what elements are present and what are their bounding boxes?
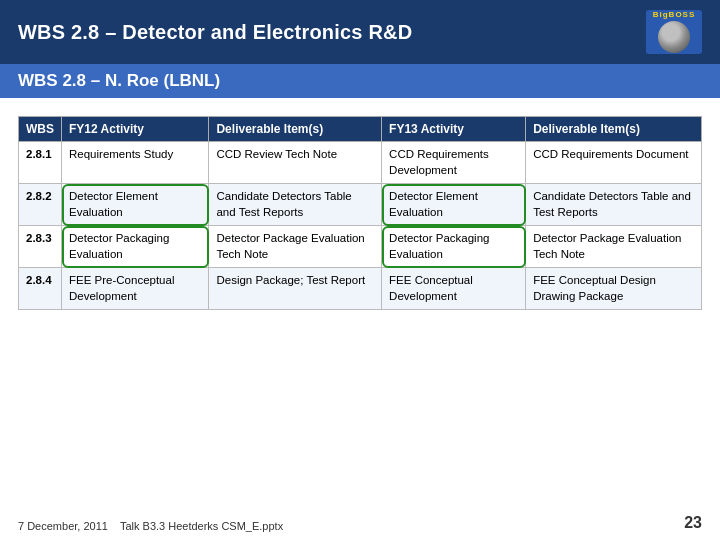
footer-date: 7 December, 2011 [18, 520, 108, 532]
fy13-deliverable-cell: FEE Conceptual Design Drawing Package [526, 268, 702, 310]
fy13-activity-cell: Detector Element Evaluation [382, 184, 526, 226]
table-row: 2.8.1Requirements StudyCCD Review Tech N… [19, 142, 702, 184]
col-fy12-deliverable: Deliverable Item(s) [209, 117, 382, 142]
fy13-deliverable-cell: CCD Requirements Document [526, 142, 702, 184]
wbs-table: WBS FY12 Activity Deliverable Item(s) FY… [18, 116, 702, 310]
fy13-deliverable-cell: Candidate Detectors Table and Test Repor… [526, 184, 702, 226]
fy12-deliverable-cell: Detector Package Evaluation Tech Note [209, 226, 382, 268]
fy12-activity-cell: Requirements Study [62, 142, 209, 184]
wbs-cell: 2.8.4 [19, 268, 62, 310]
fy12-activity-cell: Detector Packaging Evaluation [62, 226, 209, 268]
subtitle: WBS 2.8 – N. Roe (LBNL) [18, 71, 220, 90]
page-number: 23 [684, 514, 702, 532]
col-fy12-activity: FY12 Activity [62, 117, 209, 142]
wbs-cell: 2.8.1 [19, 142, 62, 184]
fy13-activity-cell: CCD Requirements Development [382, 142, 526, 184]
fy12-activity-cell: Detector Element Evaluation [62, 184, 209, 226]
fy12-activity-cell: FEE Pre-Conceptual Development [62, 268, 209, 310]
logo-image [658, 21, 690, 53]
col-fy13-activity: FY13 Activity [382, 117, 526, 142]
fy13-deliverable-cell: Detector Package Evaluation Tech Note [526, 226, 702, 268]
page-title: WBS 2.8 – Detector and Electronics R&D [18, 21, 412, 44]
table-container: WBS FY12 Activity Deliverable Item(s) FY… [0, 98, 720, 318]
wbs-cell: 2.8.3 [19, 226, 62, 268]
wbs-cell: 2.8.2 [19, 184, 62, 226]
footer: 7 December, 2011 Talk B3.3 Heetderks CSM… [0, 514, 720, 532]
table-row: 2.8.2Detector Element EvaluationCandidat… [19, 184, 702, 226]
col-wbs: WBS [19, 117, 62, 142]
fy12-deliverable-cell: CCD Review Tech Note [209, 142, 382, 184]
table-header-row: WBS FY12 Activity Deliverable Item(s) FY… [19, 117, 702, 142]
fy13-activity-cell: Detector Packaging Evaluation [382, 226, 526, 268]
footer-info: 7 December, 2011 Talk B3.3 Heetderks CSM… [18, 520, 283, 532]
col-fy13-deliverable: Deliverable Item(s) [526, 117, 702, 142]
table-row: 2.8.4FEE Pre-Conceptual DevelopmentDesig… [19, 268, 702, 310]
page: WBS 2.8 – Detector and Electronics R&D B… [0, 0, 720, 540]
subtitle-bar: WBS 2.8 – N. Roe (LBNL) [0, 64, 720, 98]
logo-text: BigBOSS [653, 11, 696, 20]
header: WBS 2.8 – Detector and Electronics R&D B… [0, 0, 720, 64]
fy12-deliverable-cell: Design Package; Test Report [209, 268, 382, 310]
logo: BigBOSS [646, 10, 702, 54]
fy13-activity-cell: FEE Conceptual Development [382, 268, 526, 310]
footer-talk: Talk B3.3 Heetderks CSM_E.pptx [120, 520, 283, 532]
fy12-deliverable-cell: Candidate Detectors Table and Test Repor… [209, 184, 382, 226]
table-row: 2.8.3Detector Packaging EvaluationDetect… [19, 226, 702, 268]
